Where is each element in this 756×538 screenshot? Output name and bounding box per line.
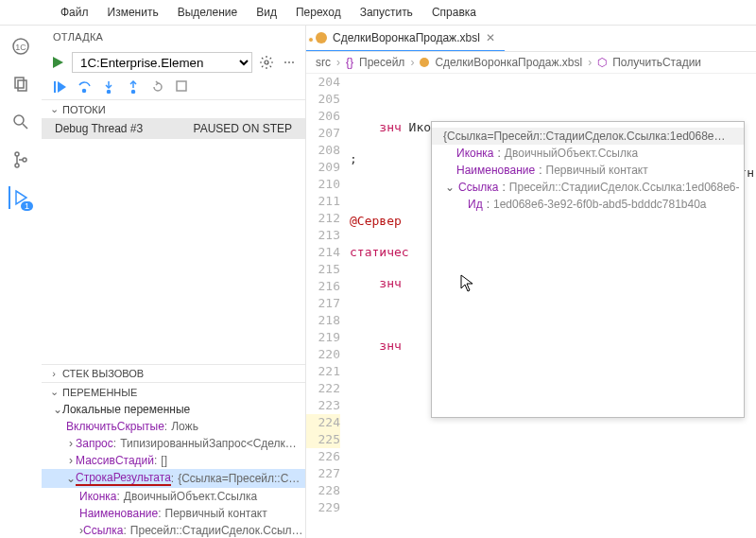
locals-scope[interactable]: ⌄Локальные переменные	[42, 401, 305, 418]
svg-rect-12	[54, 81, 56, 93]
debug-config-select[interactable]: 1C:Enterprise.Elemen	[72, 52, 252, 73]
variables-header[interactable]: ⌄ПЕРЕМЕННЫЕ	[42, 383, 305, 401]
stop-button[interactable]	[176, 80, 191, 95]
tab-title: СделкиВоронкаПродаж.xbsl	[333, 31, 480, 44]
hover-header: {Ссылка=Пресейл::СтадииСделок.Ссылка:1ed…	[432, 128, 744, 145]
svg-point-16	[132, 91, 135, 94]
svg-rect-17	[177, 81, 186, 91]
menu-help[interactable]: Справка	[424, 4, 484, 21]
menu-run[interactable]: Запустить	[352, 4, 421, 21]
thread-name: Debug Thread #3	[55, 122, 143, 135]
svg-point-15	[108, 91, 111, 94]
menu-bar: Файл Изменить Выделение Вид Переход Запу…	[0, 0, 756, 26]
module-icon	[420, 58, 429, 67]
chevron-right-icon: ›	[49, 368, 59, 379]
hover-row[interactable]: Ид: 1ed068e6-3e92-6f0b-abd5-bdddc781b40a	[432, 196, 744, 213]
side-title: ОТЛАДКА	[42, 26, 305, 48]
files-icon[interactable]	[9, 73, 32, 95]
modified-dot-icon	[308, 37, 314, 43]
variable-row[interactable]: Иконка: ДвоичныйОбъект.Ссылка	[42, 488, 305, 505]
debug-hover-popup[interactable]: {Ссылка=Пресейл::СтадииСделок.Ссылка:1ed…	[431, 121, 745, 418]
svg-point-8	[23, 158, 26, 162]
editor-tab[interactable]: СделкиВоронкаПродаж.xbsl ✕	[306, 26, 505, 51]
variable-row[interactable]: Наименование: Первичный контакт	[42, 505, 305, 522]
menu-selection[interactable]: Выделение	[170, 4, 246, 21]
restart-button[interactable]	[151, 80, 166, 95]
svg-rect-2	[15, 78, 24, 88]
method-icon: ⬡	[597, 56, 607, 69]
svg-point-14	[83, 90, 86, 93]
variable-row-selected[interactable]: ⌄СтрокаРезультата: {Ссылка=Пресейл::С…	[42, 469, 305, 488]
menu-edit[interactable]: Изменить	[100, 4, 166, 21]
thread-row[interactable]: Debug Thread #3 PAUSED ON STEP	[42, 118, 305, 139]
continue-button[interactable]	[53, 80, 68, 95]
menu-view[interactable]: Вид	[249, 4, 284, 21]
debug-toolbar	[42, 77, 305, 99]
svg-point-11	[265, 61, 268, 64]
breadcrumb[interactable]: src› {}Пресейл› СделкиВоронкаПродаж.xbsl…	[306, 52, 756, 74]
debug-side-panel: ОТЛАДКА 1C:Enterprise.Elemen ⋯ ⌄ПОТОКИ D…	[42, 26, 306, 538]
svg-point-7	[15, 164, 19, 167]
close-icon[interactable]: ✕	[486, 31, 495, 44]
svg-marker-13	[58, 81, 66, 93]
svg-line-5	[23, 124, 27, 129]
svg-rect-3	[18, 80, 26, 91]
variable-row[interactable]: ›Запрос: ТипизированныйЗапрос<Сделк…	[42, 435, 305, 452]
hover-row[interactable]: Наименование: Первичный контакт	[432, 162, 744, 179]
step-into-button[interactable]	[102, 80, 117, 95]
activity-bar: 1C 1	[0, 26, 42, 538]
search-icon[interactable]	[9, 111, 32, 133]
more-icon[interactable]: ⋯	[281, 54, 298, 71]
step-out-button[interactable]	[127, 80, 142, 95]
chevron-down-icon: ⌄	[49, 386, 59, 398]
svg-point-4	[14, 115, 24, 125]
editor-tabs: СделкиВоронкаПродаж.xbsl ✕	[306, 26, 756, 52]
gear-icon[interactable]	[258, 54, 275, 71]
module-icon	[316, 32, 327, 43]
hover-row[interactable]: Иконка: ДвоичныйОбъект.Ссылка	[432, 145, 744, 162]
menu-file[interactable]: Файл	[53, 4, 96, 21]
namespace-icon: {}	[346, 56, 353, 69]
step-over-button[interactable]	[77, 80, 93, 95]
1c-icon[interactable]: 1C	[9, 35, 32, 58]
debug-badge: 1	[21, 201, 33, 211]
thread-state: PAUSED ON STEP	[194, 122, 292, 135]
chevron-down-icon: ⌄	[49, 103, 59, 115]
menu-go[interactable]: Переход	[288, 4, 349, 21]
source-control-icon[interactable]	[9, 148, 32, 171]
svg-text:1C: 1C	[15, 43, 26, 52]
hover-row[interactable]: ⌄ Ссылка: Пресейл::СтадииСделок.Ссылка:1…	[432, 179, 744, 196]
variable-row[interactable]: ›Ссылка: Пресейл::СтадииСделок.Ссыл…	[42, 522, 305, 538]
svg-marker-10	[53, 57, 63, 68]
threads-header[interactable]: ⌄ПОТОКИ	[42, 100, 305, 118]
svg-point-6	[15, 152, 19, 156]
variable-row[interactable]: ›МассивСтадий: []	[42, 452, 305, 469]
callstack-header[interactable]: ›СТЕК ВЫЗОВОВ	[42, 365, 305, 382]
variable-row[interactable]: ВключитьСкрытые: Ложь	[42, 418, 305, 435]
debug-icon[interactable]: 1	[9, 186, 31, 209]
start-debug-button[interactable]	[49, 54, 66, 71]
